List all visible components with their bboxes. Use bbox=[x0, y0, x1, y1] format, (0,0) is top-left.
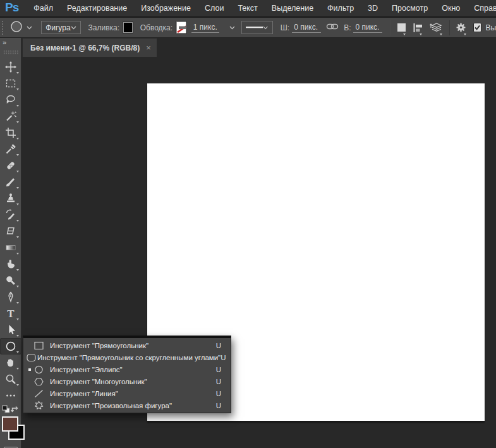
line-tool-icon bbox=[33, 389, 50, 398]
shortcut-key: U bbox=[216, 342, 231, 349]
crop-tool[interactable] bbox=[0, 124, 21, 141]
align-edges-label: Вы bbox=[485, 23, 496, 32]
menu-select[interactable]: Выделение bbox=[265, 4, 320, 13]
menu-layers[interactable]: Слои bbox=[198, 4, 231, 13]
chevron-down-icon bbox=[71, 26, 76, 30]
document-tab-title: Без имени-1 @ 66,7% (RGB/8) bbox=[30, 44, 140, 52]
align-edges-checkbox[interactable] bbox=[473, 23, 481, 32]
width-label: Ш: bbox=[281, 23, 289, 32]
clone-stamp-tool[interactable] bbox=[0, 190, 21, 207]
rounded-rectangle-tool-icon bbox=[26, 353, 37, 362]
gradient-tool[interactable] bbox=[0, 239, 21, 256]
history-brush-tool[interactable] bbox=[0, 207, 21, 223]
options-separator bbox=[390, 20, 391, 35]
path-operations-button[interactable] bbox=[397, 20, 406, 35]
menu-item-rounded-rectangle-tool[interactable]: Инструмент "Прямоугольник со скругленным… bbox=[23, 351, 231, 363]
photoshop-logo: Ps bbox=[0, 1, 27, 16]
link-dimensions-icon[interactable] bbox=[326, 21, 339, 35]
foreground-color-swatch[interactable] bbox=[2, 416, 18, 432]
ellipse-tool[interactable] bbox=[0, 338, 21, 354]
move-tool[interactable] bbox=[0, 59, 21, 75]
polygon-tool-icon bbox=[33, 377, 50, 386]
fill-color-swatch[interactable] bbox=[123, 22, 133, 33]
shortcut-key: U bbox=[216, 378, 231, 385]
menu-view[interactable]: Просмотр bbox=[385, 4, 435, 13]
color-swatches bbox=[0, 416, 21, 443]
align-left-icon bbox=[413, 23, 423, 33]
stroke-width-field[interactable]: 1 пикс. bbox=[191, 23, 219, 33]
brush-tool[interactable] bbox=[0, 174, 21, 190]
menu-edit[interactable]: Редактирование bbox=[60, 4, 134, 13]
layer-stack-icon bbox=[429, 22, 443, 33]
tool-preset-picker[interactable] bbox=[9, 19, 32, 37]
type-tool[interactable]: T bbox=[0, 305, 21, 322]
geometry-options-button[interactable] bbox=[455, 20, 467, 35]
fill-label: Заливка: bbox=[88, 23, 120, 32]
document-tab-bar: Без имени-1 @ 66,7% (RGB/8) × bbox=[21, 38, 496, 57]
default-colors-icon[interactable] bbox=[2, 404, 10, 416]
tool-mode-select[interactable]: Фигура bbox=[41, 21, 80, 34]
panel-grip[interactable] bbox=[3, 50, 18, 55]
rectangular-marquee-tool[interactable] bbox=[0, 75, 21, 92]
height-label: В: bbox=[344, 23, 351, 32]
tool-options-bar: Фигура Заливка: Обводка: 1 пикс. Ш: 0 пи… bbox=[0, 18, 496, 38]
smudge-tool[interactable] bbox=[0, 256, 21, 272]
solid-line-icon bbox=[246, 27, 263, 28]
tools-panel: » bbox=[0, 38, 21, 448]
options-bar-grip[interactable] bbox=[1, 20, 4, 36]
shape-tools-flyout-menu: Инструмент "Прямоугольник" U Инструмент … bbox=[23, 336, 231, 413]
edit-toolbar-ellipsis[interactable] bbox=[0, 387, 21, 404]
menu-bar: Ps Файл Редактирование Изображение Слои … bbox=[0, 0, 496, 18]
menu-filter[interactable]: Фильтр bbox=[320, 4, 361, 13]
eraser-tool[interactable] bbox=[0, 223, 21, 239]
menu-image[interactable]: Изображение bbox=[134, 4, 198, 13]
pen-tool[interactable] bbox=[0, 289, 21, 305]
menu-item-custom-shape-tool[interactable]: Инструмент "Произвольная фигура" U bbox=[23, 399, 231, 411]
menu-item-ellipse-tool[interactable]: Инструмент "Эллипс" U bbox=[23, 363, 231, 375]
lasso-tool[interactable] bbox=[0, 92, 21, 108]
path-selection-tool[interactable] bbox=[0, 322, 21, 338]
menu-help[interactable]: Справка bbox=[467, 4, 496, 13]
chevron-down-icon bbox=[263, 26, 268, 30]
stroke-width-chevron-icon[interactable] bbox=[229, 26, 235, 30]
stroke-color-swatch[interactable] bbox=[176, 21, 186, 33]
collapse-panel-button[interactable]: » bbox=[0, 38, 21, 47]
menu-file[interactable]: Файл bbox=[27, 4, 60, 13]
swap-colors-icon[interactable] bbox=[10, 404, 20, 416]
rectangle-tool-icon bbox=[33, 341, 50, 350]
spot-healing-brush-tool[interactable] bbox=[0, 157, 21, 174]
zoom-tool[interactable] bbox=[0, 371, 21, 387]
menu-item-rectangle-tool[interactable]: Инструмент "Прямоугольник" U bbox=[23, 339, 231, 351]
dodge-tool[interactable] bbox=[0, 272, 21, 289]
tab-close-icon[interactable]: × bbox=[146, 44, 151, 52]
options-separator bbox=[449, 20, 451, 35]
shape-width-field[interactable]: 0 пикс. bbox=[292, 23, 321, 33]
active-tool-marker bbox=[23, 368, 33, 371]
menu-item-polygon-tool[interactable]: Инструмент "Многоугольник" U bbox=[23, 375, 231, 387]
gear-icon bbox=[455, 21, 467, 33]
menu-window[interactable]: Окно bbox=[435, 4, 467, 13]
shape-combine-icon bbox=[397, 23, 406, 32]
menu-3d[interactable]: 3D bbox=[361, 4, 385, 13]
menu-type[interactable]: Текст bbox=[231, 4, 264, 13]
menu-item-line-tool[interactable]: Инструмент "Линия" U bbox=[23, 387, 231, 399]
quick-selection-tool[interactable] bbox=[0, 108, 21, 124]
shortcut-key: U bbox=[216, 366, 231, 373]
hand-tool[interactable] bbox=[0, 354, 21, 371]
path-arrangement-button[interactable] bbox=[429, 20, 443, 35]
ellipse-preset-icon bbox=[9, 19, 24, 37]
svg-text:T: T bbox=[7, 308, 15, 320]
stroke-type-select[interactable] bbox=[241, 21, 273, 34]
eyedropper-tool[interactable] bbox=[0, 141, 21, 157]
shortcut-key: U bbox=[221, 354, 235, 361]
path-alignment-button[interactable] bbox=[413, 20, 423, 35]
no-color-icon bbox=[177, 22, 186, 33]
checkmark-icon bbox=[474, 24, 481, 31]
document-tab[interactable]: Без имени-1 @ 66,7% (RGB/8) × bbox=[22, 38, 157, 57]
shortcut-key: U bbox=[216, 402, 231, 409]
shape-height-field[interactable]: 0 пикс. bbox=[353, 23, 382, 33]
shortcut-key: U bbox=[216, 390, 231, 397]
custom-shape-tool-icon bbox=[33, 401, 50, 410]
stroke-label: Обводка: bbox=[140, 23, 172, 32]
chevron-down-icon bbox=[27, 26, 32, 30]
